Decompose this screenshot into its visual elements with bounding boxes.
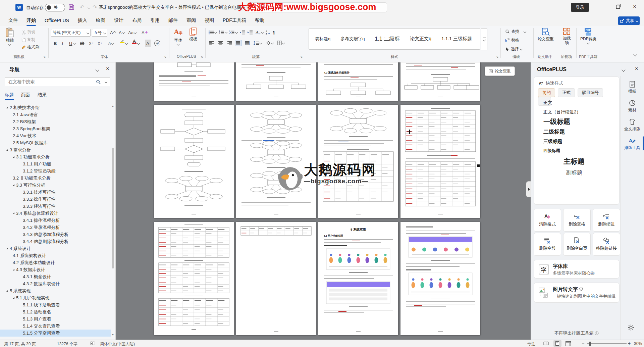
menu-tab-开始[interactable]: 开始 [22, 15, 40, 26]
font-name-combo[interactable]: 等线 (中文正文) [51, 29, 91, 37]
nav-search-chevron-icon[interactable] [105, 81, 107, 83]
undo-icon[interactable]: ↶ [80, 4, 84, 10]
scroll-up-icon[interactable]: ▲ [111, 105, 114, 108]
decrease-indent-button[interactable] [240, 30, 245, 35]
menu-tab-绘图[interactable]: 绘图 [92, 15, 110, 26]
restore-button[interactable] [610, 0, 626, 13]
read-mode-icon[interactable] [543, 341, 549, 346]
line-spacing-button[interactable] [253, 40, 262, 46]
collapse-ribbon-chevron-icon[interactable] [633, 52, 637, 56]
nav-heading-item[interactable]: 2.5 MySQL数据库 [0, 139, 111, 146]
style-sample-item[interactable]: 二级标题 [543, 129, 565, 136]
nav-heading-item[interactable]: 5.1 用户功能实现 [0, 294, 111, 301]
copy-button[interactable]: 复制 [21, 36, 35, 43]
highlight-chevron-icon[interactable] [125, 42, 128, 45]
officeplus-font-button[interactable]: A字 字体 [174, 28, 182, 45]
officeplus-dialog-launcher[interactable]: ↘ [200, 55, 203, 58]
nav-heading-item[interactable]: 2.2 B/S框架 [0, 118, 111, 125]
menu-tab-邮件[interactable]: 邮件 [164, 15, 182, 26]
nav-scrollbar[interactable]: ▲ ▼ [111, 105, 115, 336]
document-page-thumbnail[interactable]: 5 系统实现5.1 用户功能实现 [318, 222, 398, 335]
strikethrough-button[interactable]: ab [79, 40, 85, 47]
expand-triangle-icon[interactable] [13, 212, 14, 214]
focus-mode-button[interactable]: 专注 [527, 341, 535, 347]
nav-heading-item[interactable]: 4.3.1 概念设计 [0, 273, 111, 280]
format-painter-button[interactable]: 格式刷 [21, 44, 39, 50]
document-page-thumbnail[interactable] [236, 222, 316, 335]
nav-tab-标题[interactable]: 标题 [5, 92, 14, 98]
align-center-button[interactable] [217, 40, 224, 46]
nav-heading-item[interactable]: 3.4.2 登录流程分析 [0, 224, 111, 231]
autosave-toggle[interactable]: 关 [45, 4, 65, 11]
menu-tab-视图[interactable]: 视图 [200, 15, 218, 26]
quick-style-chip-正式[interactable]: 正式 [558, 88, 575, 97]
increase-indent-button[interactable] [248, 30, 253, 35]
find-button[interactable]: 查找 [505, 28, 526, 35]
menu-tab-OfficePLUS[interactable]: OfficePLUS [40, 15, 73, 26]
menu-tab-插入[interactable]: 插入 [73, 15, 92, 26]
panel-tool-删除缩进[interactable]: 删除缩进 [593, 209, 620, 232]
replace-button[interactable]: b 替换 [505, 37, 519, 44]
document-page-thumbnail[interactable] [154, 222, 234, 335]
document-page-thumbnail[interactable] [400, 105, 480, 218]
font-dialog-launcher[interactable]: ↘ [164, 55, 166, 58]
menu-tab-文件[interactable]: 文件 [4, 15, 22, 26]
paste-button[interactable]: 粘贴 [5, 28, 14, 45]
underline-chevron-icon[interactable] [73, 42, 76, 45]
nav-search-icon[interactable] [96, 80, 101, 85]
expand-triangle-icon[interactable] [13, 297, 14, 299]
nav-heading-item[interactable]: 3.4 系统总体流程设计 [0, 210, 111, 217]
menu-tab-审阅[interactable]: 审阅 [182, 15, 200, 26]
char-shading-button[interactable]: A [145, 40, 151, 47]
nav-heading-item[interactable]: 5.1.5 分享空间查看 [0, 330, 111, 337]
web-layout-icon[interactable] [566, 341, 571, 346]
expand-triangle-icon[interactable] [6, 107, 8, 108]
styles-dialog-launcher[interactable]: ↘ [496, 55, 498, 58]
nav-heading-item[interactable]: 3.1.1 用户功能 [0, 160, 111, 167]
expand-triangle-icon[interactable] [13, 184, 14, 186]
document-page-thumbnail[interactable] [236, 62, 316, 101]
zoom-slider-thumb[interactable] [589, 342, 591, 346]
nav-heading-item[interactable]: 4.3.2 数据库表设计 [0, 280, 111, 287]
font-color-button[interactable]: A [131, 39, 137, 46]
zoom-out-button[interactable]: − [582, 341, 585, 346]
paper-check-floating-button[interactable]: 论文查重 [485, 66, 515, 76]
nav-heading-item[interactable]: 5.1.3 用户查看 [0, 315, 111, 323]
panel-tool-删除空格[interactable]: 删除空格 [563, 209, 591, 232]
nav-heading-item[interactable]: 5 系统实现 [0, 287, 111, 294]
expand-triangle-icon[interactable] [6, 290, 8, 292]
panel-close-icon[interactable]: × [635, 66, 638, 72]
nav-tab-结果[interactable]: 结果 [38, 92, 47, 98]
menu-tab-帮助[interactable]: 帮助 [251, 15, 269, 26]
nav-heading-item[interactable]: 3.4.1 操作流程分析 [0, 217, 111, 224]
cut-button[interactable]: 剪切 [21, 29, 35, 36]
nav-heading-item[interactable]: 2 相关技术介绍 [0, 104, 111, 111]
pilcrow-button[interactable]: ¶ [273, 30, 277, 35]
style-sample-item[interactable]: 一级标题 [543, 117, 570, 126]
italic-button[interactable]: I [61, 40, 64, 47]
align-right-button[interactable] [226, 40, 232, 46]
nav-heading-item[interactable]: 4.3 数据库设计 [0, 266, 111, 273]
nav-heading-item[interactable]: 3.3.2 操作可行性 [0, 196, 111, 203]
panel-collapse-chevron-icon[interactable] [622, 68, 625, 71]
style-gallery-item[interactable]: 表标题q [315, 36, 330, 42]
page-indicator[interactable]: 第 17 页, 共 39 页 [4, 341, 36, 347]
nav-heading-item[interactable]: 5.1.2 活动报名 [0, 308, 111, 315]
quick-style-chip-醒目编号[interactable]: 醒目编号 [578, 88, 603, 97]
zoom-slider-track[interactable] [587, 343, 627, 344]
nav-collapse-chevron-icon[interactable] [95, 68, 99, 71]
document-page-thumbnail[interactable] [400, 222, 480, 335]
nav-heading-item[interactable]: 2.4 Vue技术 [0, 132, 111, 139]
multilevel-list-button[interactable] [229, 30, 237, 35]
nav-heading-item[interactable]: 3.4.4 信息删除流程分析 [0, 238, 111, 245]
login-button[interactable]: 登录 [571, 3, 589, 12]
style-sample-item[interactable]: 副标题 [566, 169, 582, 177]
document-canvas[interactable]: 4.2 系统总体功能设计5 系统实现5.1 用户功能实现 大鹅源码网 —bigs… [116, 62, 531, 340]
document-page-thumbnail[interactable]: 4.2 系统总体功能设计 [318, 62, 398, 101]
nav-heading-item[interactable]: 3.3 可行性分析 [0, 182, 111, 189]
text-effects-button[interactable]: A [107, 40, 114, 47]
enclose-char-button[interactable]: 字 [154, 40, 161, 47]
style-sample-item[interactable]: 三级标题 [543, 139, 562, 145]
ocr-card[interactable]: 图片转文字 一键快速识别图片中的文字并编辑 [534, 283, 620, 303]
toolbox-footer-link[interactable]: 不再弹出排版工具箱 [534, 330, 620, 336]
